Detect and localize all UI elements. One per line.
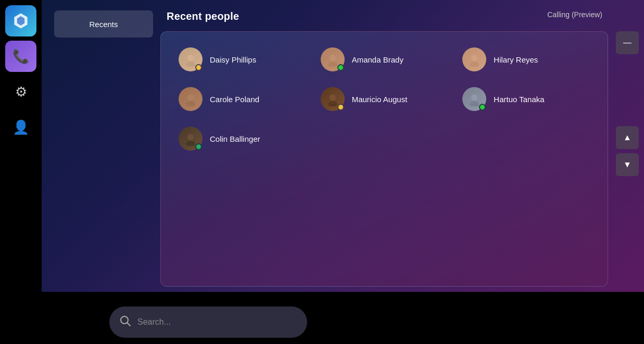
- svg-point-9: [186, 101, 195, 106]
- person-name-mauricio: Mauricio August: [352, 95, 408, 104]
- svg-point-2: [187, 55, 194, 61]
- svg-point-14: [187, 134, 194, 140]
- search-input[interactable]: [137, 317, 297, 327]
- avatar-carole: [179, 87, 203, 111]
- profile-icon: 👤: [12, 119, 29, 136]
- person-mauricio-august[interactable]: Mauricio August: [313, 82, 456, 116]
- person-name-amanda: Amanda Brady: [352, 55, 403, 64]
- avatar-colin: [179, 127, 203, 151]
- person-hilary-reyes[interactable]: Hilary Reyes: [455, 42, 597, 77]
- sidebar-item-apps[interactable]: [5, 5, 36, 36]
- svg-point-11: [328, 101, 337, 106]
- sidebar-item-settings[interactable]: ⚙: [5, 76, 36, 107]
- avatar-mauricio: [321, 87, 345, 111]
- person-amanda-brady[interactable]: Amanda Brady: [313, 42, 456, 77]
- settings-icon: ⚙: [15, 84, 27, 100]
- person-name-hilary: Hilary Reyes: [494, 55, 538, 64]
- person-name-hartuo: Hartuo Tanaka: [494, 95, 544, 104]
- status-dot-amanda: [337, 64, 344, 71]
- scroll-up-button[interactable]: ▲: [616, 126, 639, 149]
- svg-point-6: [471, 55, 477, 61]
- svg-point-5: [328, 62, 337, 67]
- people-grid: Daisy Phillips Amanda Brady: [171, 42, 597, 156]
- minimize-button[interactable]: —: [616, 31, 639, 54]
- avatar-image-carole: [179, 87, 203, 111]
- sidebar-item-calls[interactable]: 📞: [5, 41, 36, 72]
- right-controls: — ▲ ▼: [616, 31, 639, 176]
- person-name-carole: Carole Poland: [210, 95, 259, 104]
- svg-point-13: [470, 101, 479, 106]
- person-colin-ballinger[interactable]: Colin Ballinger: [171, 121, 313, 156]
- svg-point-15: [186, 141, 195, 146]
- person-name-colin: Colin Ballinger: [210, 134, 260, 143]
- people-grid-container: Daisy Phillips Amanda Brady: [160, 31, 608, 287]
- sidebar: 📞 ⚙ 👤: [0, 0, 42, 344]
- avatar-hilary: [462, 47, 486, 71]
- person-name-daisy: Daisy Phillips: [210, 55, 256, 64]
- svg-point-8: [187, 94, 194, 101]
- svg-point-10: [330, 94, 336, 101]
- recents-button[interactable]: Recents: [54, 10, 153, 38]
- svg-line-17: [128, 323, 131, 326]
- status-dot-hartuo: [479, 104, 486, 110]
- search-icon: [120, 315, 131, 329]
- svg-point-3: [186, 62, 195, 67]
- avatar-amanda: [321, 47, 345, 71]
- calling-label: Calling (Preview): [547, 10, 602, 19]
- avatar-image-hilary: [462, 47, 486, 71]
- sidebar-item-profile[interactable]: 👤: [5, 112, 36, 143]
- person-hartuo-tanaka[interactable]: Hartuo Tanaka: [455, 82, 597, 116]
- avatar-hartuo: [462, 87, 486, 111]
- svg-point-4: [330, 55, 336, 61]
- person-carole-poland[interactable]: Carole Poland: [171, 82, 313, 116]
- phone-icon: 📞: [12, 48, 29, 65]
- status-dot-daisy: [195, 64, 202, 71]
- main-content: Recent people Calling (Preview) Recents: [42, 0, 644, 292]
- page-title: Recent people: [167, 10, 239, 22]
- svg-point-12: [471, 94, 477, 101]
- status-dot-mauricio: [337, 104, 344, 110]
- svg-point-7: [470, 62, 479, 67]
- person-daisy-phillips[interactable]: Daisy Phillips: [171, 42, 313, 77]
- recents-panel: Recents: [54, 10, 153, 281]
- avatar-daisy: [179, 47, 203, 71]
- search-bar: [109, 306, 307, 338]
- status-dot-colin: [195, 143, 202, 150]
- scroll-down-button[interactable]: ▼: [616, 153, 639, 176]
